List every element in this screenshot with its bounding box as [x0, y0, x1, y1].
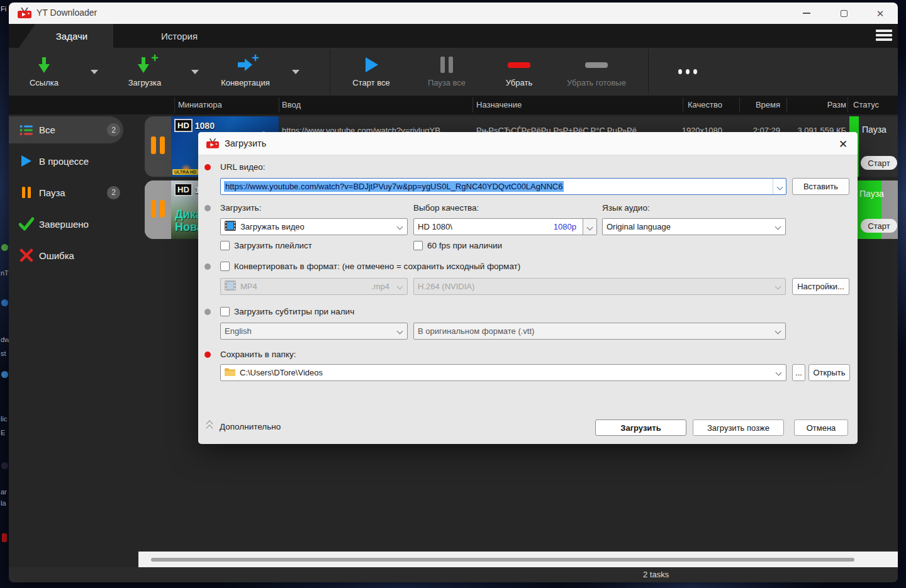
url-input[interactable]: https://www.youtube.com/watch?v=BDJjtPVu… [220, 178, 786, 195]
chevron-down-icon [776, 370, 782, 376]
desktop-text-fragment: ar [1, 488, 7, 496]
desktop-icon-fragment [1, 244, 8, 251]
dialog-close-button[interactable]: ✕ [835, 136, 851, 152]
all-count-badge: 2 [107, 123, 120, 136]
play-icon [19, 155, 34, 167]
column-status[interactable]: Статус [853, 100, 879, 109]
download-plus-icon: + [133, 56, 156, 74]
film-icon [225, 221, 236, 233]
playlist-checkbox[interactable]: Загрузить плейлист [220, 241, 312, 250]
horizontal-scrollbar[interactable] [138, 552, 898, 567]
maximize-button[interactable] [833, 5, 854, 21]
fps-checkbox[interactable]: 60 fps при наличии [413, 241, 502, 250]
row-drag-handle[interactable] [145, 180, 171, 239]
sidebar-error-label: Ошибка [39, 250, 74, 261]
horizontal-scrollbar-thumb[interactable] [151, 558, 854, 562]
subtitle-language-select[interactable]: English [220, 323, 408, 340]
minimize-button[interactable] [796, 5, 817, 21]
download-type-select[interactable]: Загружать видео [220, 218, 408, 235]
tab-history[interactable]: История [132, 24, 226, 48]
column-input[interactable]: Ввод [282, 100, 301, 109]
column-quality[interactable]: Качество [654, 100, 722, 109]
folder-label: Сохранить в папку: [220, 350, 296, 359]
desktop-text-fragment: E [1, 429, 5, 436]
row-status: Пауза [862, 125, 886, 135]
subtitle-language-value: English [225, 326, 252, 336]
subtitle-format-value: В оригинальном формате (.vtt) [418, 326, 534, 336]
chevron-down-icon [587, 225, 593, 231]
audio-language-select[interactable]: Original language [602, 218, 786, 235]
download-type-value: Загружать видео [240, 222, 305, 231]
required-dot [204, 164, 211, 170]
quality-dropdown-button[interactable] [583, 219, 596, 235]
add-link-button[interactable]: Ссылка [13, 48, 76, 96]
close-icon: ✕ [876, 9, 885, 18]
column-destination[interactable]: Назначение [476, 100, 522, 109]
settings-button[interactable]: Настройки... [792, 278, 849, 295]
paste-button[interactable]: Вставить [792, 178, 849, 195]
checkbox-icon [220, 307, 230, 316]
start-all-button[interactable]: Старт все [337, 48, 406, 96]
check-icon [19, 217, 34, 231]
tab-tasks[interactable]: Задачи [19, 24, 113, 48]
subtitle-format-select[interactable]: В оригинальном формате (.vtt) [413, 323, 786, 340]
desktop-icon-fragment [1, 299, 8, 306]
column-thumbnail[interactable]: Миниатюра [178, 100, 222, 109]
pause-icon [435, 56, 458, 74]
maximize-icon [841, 10, 847, 17]
desktop-edge: Fi nT dw st lic E ar la [0, 0, 9, 588]
url-dropdown-button[interactable] [773, 179, 786, 194]
tab-bar: Задачи История [9, 24, 898, 48]
add-conversion-button[interactable]: + Конвертация [208, 48, 283, 96]
tab-history-label: История [161, 31, 198, 42]
codec-select[interactable]: H.264 (NVIDIA) [413, 278, 786, 295]
browse-button[interactable]: ... [792, 364, 805, 381]
open-folder-button[interactable]: Открыть [808, 364, 850, 381]
sidebar-done-label: Завершено [39, 219, 89, 230]
remove-done-button[interactable]: Убрать готовые [552, 48, 640, 96]
download-later-button[interactable]: Загрузить позже [693, 419, 784, 436]
add-conversion-dropdown[interactable] [288, 67, 304, 77]
remove-button[interactable]: Убрать [488, 48, 551, 96]
convert-checkbox[interactable]: Конвертировать в формат: (не отмечено = … [220, 262, 520, 271]
chevron-down-icon [397, 284, 403, 290]
sidebar-paused-label: Пауза [39, 187, 65, 198]
folder-icon [225, 368, 235, 378]
more-actions-button[interactable] [667, 48, 708, 96]
desktop-text-fragment: nT [1, 269, 9, 277]
add-download-dropdown[interactable] [187, 67, 203, 77]
main-menu-button[interactable] [875, 28, 893, 43]
subtitles-checkbox-label: Загрузить субтитры при налич [234, 307, 354, 316]
ultra-hd-badge: ULTRA HD [172, 169, 198, 175]
download-label: Загрузить: [220, 203, 261, 213]
paused-count-badge: 2 [107, 186, 120, 199]
start-task-button[interactable]: Старт [861, 219, 897, 233]
cancel-button[interactable]: Отмена [794, 419, 848, 436]
format-select[interactable]: MP4 .mp4 [220, 278, 408, 295]
dialog-download-button[interactable]: Загрузить [595, 419, 686, 436]
status-bar: 2 tasks [9, 567, 898, 582]
start-task-button[interactable]: Старт [861, 156, 897, 170]
add-download-button[interactable]: + Загрузка [113, 48, 176, 96]
pause-all-button[interactable]: Пауза все [412, 48, 481, 96]
column-time[interactable]: Время [742, 100, 780, 109]
format-value: MP4 [240, 282, 257, 291]
url-label: URL видео: [220, 162, 266, 172]
subtitles-checkbox[interactable]: Загрузить субтитры при налич [220, 307, 354, 316]
advanced-toggle[interactable]: Дополнительно [220, 422, 281, 431]
close-button[interactable]: ✕ [870, 5, 891, 21]
quality-select[interactable]: HD 1080\ 1080p [413, 218, 597, 235]
film-icon [225, 280, 236, 292]
caret-down-icon [191, 70, 199, 74]
folder-select[interactable]: C:\Users\DTore\Videos [220, 364, 786, 381]
section-dot [204, 263, 211, 270]
hamburger-icon [876, 30, 892, 32]
sidebar-item-all[interactable]: Все 2 [9, 116, 123, 143]
chevron-down-icon [775, 284, 781, 290]
minimize-icon [803, 13, 810, 14]
add-link-dropdown[interactable] [86, 67, 103, 77]
row-drag-handle[interactable] [145, 116, 171, 177]
collapse-advanced-icon [206, 421, 215, 431]
convert-plus-icon: + [234, 56, 257, 74]
column-size[interactable]: Разм [783, 100, 846, 109]
